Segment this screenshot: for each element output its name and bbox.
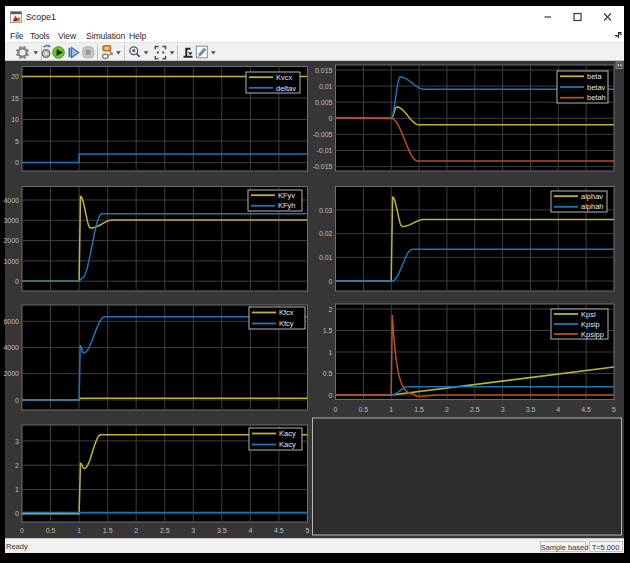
svg-text:0.5: 0.5	[323, 370, 333, 377]
svg-text:3: 3	[191, 527, 195, 534]
svg-text:15: 15	[11, 95, 19, 102]
svg-text:4: 4	[556, 406, 560, 413]
svg-text:2.5: 2.5	[160, 527, 170, 534]
svg-text:0: 0	[334, 406, 338, 413]
svg-text:alphah: alphah	[581, 202, 604, 211]
svg-text:0.03: 0.03	[319, 207, 333, 214]
svg-text:Kvcx: Kvcx	[276, 73, 293, 82]
svg-text:20: 20	[11, 73, 19, 80]
svg-text:Kfcy: Kfcy	[279, 319, 294, 328]
svg-text:0.015: 0.015	[315, 67, 333, 74]
svg-text:2000: 2000	[3, 370, 19, 377]
svg-text:1: 1	[77, 527, 81, 534]
svg-text:Kacy: Kacy	[279, 440, 296, 449]
svg-text:3000: 3000	[3, 217, 19, 224]
svg-text:2: 2	[329, 306, 333, 313]
svg-text:2000: 2000	[3, 237, 19, 244]
svg-text:KFyh: KFyh	[278, 201, 296, 210]
svg-text:2: 2	[15, 462, 19, 469]
svg-text:-0.005: -0.005	[313, 131, 333, 138]
svg-text:0: 0	[15, 397, 19, 404]
svg-text:Kpsipp: Kpsipp	[581, 330, 604, 339]
svg-text:betah: betah	[587, 93, 606, 102]
svg-text:1: 1	[329, 349, 333, 356]
svg-text:5: 5	[306, 527, 310, 534]
svg-text:1: 1	[15, 486, 19, 493]
svg-text:Kpsi: Kpsi	[581, 310, 596, 319]
svg-text:-0.01: -0.01	[317, 147, 333, 154]
svg-text:6000: 6000	[3, 318, 19, 325]
svg-text:0: 0	[329, 392, 333, 399]
svg-text:4000: 4000	[3, 344, 19, 351]
svg-text:0: 0	[329, 115, 333, 122]
svg-text:1.5: 1.5	[103, 527, 113, 534]
svg-text:KFyv: KFyv	[278, 191, 295, 200]
svg-text:4.5: 4.5	[581, 406, 591, 413]
svg-text:beta: beta	[587, 72, 602, 81]
svg-text:4: 4	[248, 527, 252, 534]
svg-text:0: 0	[15, 510, 19, 517]
svg-text:0.02: 0.02	[319, 230, 333, 237]
svg-text:1.5: 1.5	[414, 406, 424, 413]
svg-text:2.5: 2.5	[470, 406, 480, 413]
svg-text:-0.015: -0.015	[313, 163, 333, 170]
svg-text:0: 0	[15, 159, 19, 166]
svg-text:Kfcx: Kfcx	[279, 308, 294, 317]
svg-text:Kpsip: Kpsip	[581, 320, 600, 329]
svg-text:0.01: 0.01	[319, 254, 333, 261]
svg-text:deltav: deltav	[276, 84, 296, 93]
svg-text:alphav: alphav	[581, 192, 603, 201]
svg-text:betav: betav	[587, 83, 606, 92]
svg-text:3: 3	[15, 438, 19, 445]
svg-text:5: 5	[612, 406, 616, 413]
svg-text:0: 0	[329, 278, 333, 285]
svg-text:1: 1	[389, 406, 393, 413]
svg-text:4.5: 4.5	[274, 527, 284, 534]
svg-text:0.005: 0.005	[315, 99, 333, 106]
svg-text:3.5: 3.5	[526, 406, 536, 413]
svg-text:10: 10	[11, 116, 19, 123]
svg-text:0.5: 0.5	[359, 406, 369, 413]
svg-text:1.5: 1.5	[323, 327, 333, 334]
svg-text:0: 0	[20, 527, 24, 534]
svg-text:Kacy: Kacy	[279, 429, 296, 438]
svg-text:0.5: 0.5	[46, 527, 56, 534]
svg-text:0: 0	[15, 278, 19, 285]
svg-text:2: 2	[445, 406, 449, 413]
svg-text:3: 3	[501, 406, 505, 413]
svg-text:2: 2	[134, 527, 138, 534]
svg-text:5: 5	[15, 138, 19, 145]
svg-text:0.01: 0.01	[319, 83, 333, 90]
svg-text:1000: 1000	[3, 258, 19, 265]
svg-text:3.5: 3.5	[217, 527, 227, 534]
svg-text:4000: 4000	[3, 197, 19, 204]
